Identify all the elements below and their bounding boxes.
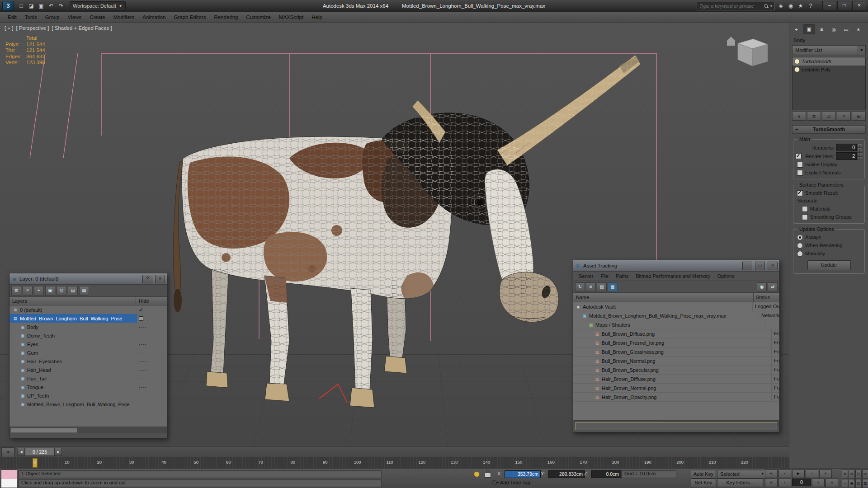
maxscript-mini-listener[interactable] [1, 469, 17, 488]
y-coordinate-field[interactable]: 280.833cm [548, 470, 585, 478]
search-icon[interactable] [764, 4, 769, 9]
horizontal-scrollbar[interactable] [9, 427, 167, 433]
previous-frame-arrow-icon[interactable]: ◄ [18, 448, 25, 456]
layer-hide-cell[interactable]: ---- [137, 359, 167, 364]
close-button[interactable]: × [768, 262, 778, 270]
layer-hide-cell[interactable]: ---- [137, 325, 167, 329]
table-view-icon[interactable]: ▤ [597, 282, 607, 291]
asset-row[interactable]: ▥Bull_Brown_Glossiness.pngFound [573, 347, 779, 357]
app-menu-button[interactable]: 3 [2, 1, 14, 11]
layer-row[interactable]: ▣Mottled_Brown_Longhorn_Bull_Walking_Pos… [9, 400, 167, 408]
communication-center-icon[interactable]: ◉ [786, 2, 795, 10]
previous-frame-button[interactable]: ‹ [778, 469, 791, 478]
search-input[interactable] [698, 3, 763, 9]
layer-hide-cell[interactable]: ---- [137, 385, 167, 389]
layer-row[interactable]: ▣Hair_Tail---- [9, 374, 167, 383]
layer-row[interactable]: ▣Donw_Teeth---- [9, 331, 167, 340]
modifier-enable-bulb-icon[interactable] [794, 59, 800, 64]
zoom-region-icon[interactable]: ▭ [862, 469, 868, 479]
modifier-enable-bulb-icon[interactable] [794, 67, 800, 72]
show-end-result-icon[interactable]: ≣ [807, 112, 821, 121]
utilities-tab[interactable]: ∗ [853, 25, 864, 34]
sign-in-icon[interactable]: ◈ [776, 2, 785, 10]
play-button[interactable]: ► [792, 469, 805, 478]
update-button[interactable]: Update [807, 260, 851, 270]
time-slider-frame-label[interactable]: 0 / 225 [25, 448, 55, 456]
pin-stack-icon[interactable]: ∨ [792, 112, 806, 121]
smooth-result-checkbox[interactable] [797, 190, 803, 196]
go-to-start-button[interactable]: « [765, 469, 778, 478]
menu-item-group[interactable]: Group [41, 12, 64, 23]
search-options-arrow-icon[interactable]: ▼ [769, 4, 773, 8]
x-coordinate-field[interactable]: 353.79cm [505, 470, 541, 478]
remove-modifier-icon[interactable]: × [837, 112, 851, 121]
pan-icon[interactable]: + [842, 479, 848, 488]
layer-row[interactable]: ▣Hair_Head---- [9, 366, 167, 374]
layer-hide-cell[interactable]: ---- [137, 333, 167, 338]
asset-row[interactable]: ▥Bull_Brown_Diffuse.pngFound [573, 329, 779, 338]
field-of-view-icon[interactable]: ▧ [862, 479, 868, 488]
network-paths-icon[interactable]: ◉ [757, 282, 767, 291]
explicit-normals-checkbox[interactable] [797, 170, 803, 176]
set-key-button[interactable]: Set Key [691, 479, 716, 487]
close-button[interactable]: × [852, 1, 866, 11]
go-to-end-button[interactable]: » [819, 469, 832, 478]
layer-dialog-titlebar[interactable]: ≣ Layer: 0 (default) ? × [9, 273, 167, 285]
layers-column-header[interactable]: Layers [9, 297, 136, 305]
materials-checkbox[interactable] [802, 206, 808, 212]
layer-hide-cell[interactable]: ✓ [137, 307, 167, 313]
new-scene-icon[interactable]: □ [17, 2, 26, 10]
current-layer-toggle[interactable] [139, 316, 143, 321]
modify-tab[interactable]: ▣ [803, 24, 815, 34]
name-column-header[interactable]: Name [573, 293, 754, 302]
key-mode-toggle-button[interactable]: « [765, 479, 778, 487]
isoline-display-checkbox[interactable] [797, 162, 803, 168]
key-filters-button[interactable]: Key Filters... [717, 479, 763, 487]
radio-always[interactable] [797, 235, 803, 240]
orbit-icon[interactable]: ◉ [849, 479, 855, 488]
asset-row[interactable]: ▥Hair_Brown_Opacity.pngFound [573, 393, 779, 402]
menu-item-modifiers[interactable]: Modifiers [109, 12, 139, 23]
menu-item-customize[interactable]: Customize [242, 12, 274, 23]
radio-manually[interactable] [797, 251, 803, 257]
z-coordinate-field[interactable]: 0.0cm [591, 470, 621, 478]
asset-row[interactable]: ▥Bull_Brown_Fresnel_Ior.pngFound [573, 338, 779, 347]
zoom-all-icon[interactable]: ⊞ [849, 469, 855, 479]
zoom-extents-icon[interactable]: ◱ [855, 469, 862, 479]
radio-when-rendering[interactable] [797, 243, 803, 249]
motion-tab[interactable]: ◎ [828, 25, 840, 34]
layer-row[interactable]: ▤Mottled_Brown_Longhorn_Bull_Walking_Pos… [9, 314, 167, 323]
layer-hide-cell[interactable]: ---- [137, 394, 167, 398]
help-button[interactable]: ? [142, 275, 152, 283]
listener-macro-pane[interactable] [1, 470, 17, 479]
previous-key-button[interactable]: ‹ [778, 479, 791, 487]
turbosmooth-rollout-header[interactable]: − TurboSmooth [792, 125, 866, 134]
hide-layer-icon[interactable]: ▤ [68, 286, 78, 296]
track-bar[interactable]: 0102030405060708090100110120130140150160… [0, 457, 789, 469]
minimize-button[interactable]: – [822, 1, 836, 11]
asset-menu-server[interactable]: Server [575, 272, 597, 281]
workspace-dropdown[interactable]: Workspace: Default ▼ [70, 1, 126, 10]
current-frame-field[interactable]: 0 [792, 479, 811, 486]
scrollbar-thumb[interactable] [10, 428, 77, 433]
viewport-shading-menu[interactable]: [ Shaded + Edged Faces ] [52, 25, 112, 31]
layer-row[interactable]: ▣Tongue---- [9, 383, 167, 391]
new-layer-icon[interactable]: ≣ [11, 286, 21, 296]
selection-lock-icon[interactable] [485, 473, 491, 478]
asset-row[interactable]: ▥Bull_Brown_Normal.pngFound [573, 357, 779, 366]
select-layer-objects-icon[interactable]: ▣ [45, 286, 55, 296]
modifier-stack-row[interactable]: Editable Poly [793, 66, 865, 74]
hierarchy-tab[interactable]: ≡ [816, 25, 827, 34]
close-button[interactable]: × [155, 275, 165, 283]
selection-set-dropdown[interactable]: ▼ Selected [717, 470, 766, 479]
modifier-list-dropdown[interactable]: Modifier List ▼ [792, 45, 866, 55]
layer-hide-cell[interactable]: ---- [137, 376, 167, 381]
asset-menu-file[interactable]: File [597, 272, 612, 281]
menu-item-edit[interactable]: Edit [4, 12, 21, 23]
asset-row[interactable]: ◆Autodesk VaultLogged Ou [573, 302, 779, 311]
layer-row[interactable]: ▣Eyes---- [9, 340, 167, 348]
help-icon[interactable]: ? [806, 2, 815, 10]
menu-item-tools[interactable]: Tools [21, 12, 41, 23]
layer-row[interactable]: ▣UP_Teeth---- [9, 391, 167, 400]
layer-row[interactable]: ≣0 (default)✓ [9, 305, 167, 314]
